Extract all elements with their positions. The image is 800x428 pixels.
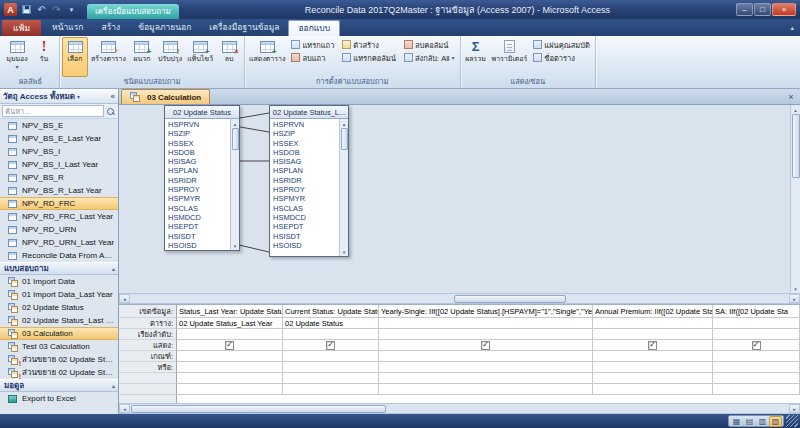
design-vertical-scrollbar[interactable]: [790, 105, 800, 293]
access-logo-icon[interactable]: [4, 3, 17, 16]
grid-or-cell[interactable]: [713, 362, 800, 373]
query-design-surface[interactable]: 02 Update Status HSPRVNHSZIPHSSEXHSDOBHS…: [119, 105, 800, 293]
scrollbar-thumb[interactable]: [454, 295, 566, 303]
show-checkbox[interactable]: [225, 341, 234, 350]
pivottable-view-icon[interactable]: [743, 416, 756, 427]
close-document-icon[interactable]: [785, 91, 797, 103]
field-list-item[interactable]: HSPLAN: [165, 166, 230, 175]
grid-or-cell[interactable]: [177, 362, 283, 373]
field-list-item[interactable]: HSPROY: [165, 185, 230, 194]
field-list-title[interactable]: 02 Update Status: [165, 106, 239, 119]
grid-empty-cell[interactable]: [379, 384, 593, 395]
query-type-button[interactable]: แท็บไขว้: [185, 37, 215, 77]
field-list-item[interactable]: HSISAG: [165, 157, 230, 166]
ribbon-tab[interactable]: เครื่องมือฐานข้อมูล: [200, 19, 288, 36]
sql-view-icon[interactable]: [756, 416, 769, 427]
nav-item[interactable]: NPV_BS_R: [0, 171, 118, 184]
field-list-item[interactable]: HSISAG: [270, 157, 339, 166]
nav-item[interactable]: 01 Import Data_Last Year: [0, 288, 118, 301]
field-list-item[interactable]: HSPRVN: [270, 120, 339, 129]
field-list-item[interactable]: HSDOB: [165, 148, 230, 157]
nav-item[interactable]: NPV_RD_FRC: [0, 197, 118, 210]
save-button[interactable]: [20, 3, 33, 16]
nav-item[interactable]: 03 Calculation: [0, 327, 118, 340]
nav-item[interactable]: NPV_RD_URN: [0, 223, 118, 236]
grid-sort-cell[interactable]: [379, 329, 593, 340]
view-button[interactable]: มุมมอง: [4, 37, 30, 77]
ribbon-tab[interactable]: สร้าง: [93, 19, 130, 36]
design-view-icon[interactable]: [769, 416, 782, 427]
show-checkbox[interactable]: [648, 341, 657, 350]
maximize-button[interactable]: [754, 3, 771, 16]
grid-empty-cell[interactable]: [283, 384, 379, 395]
nav-item[interactable]: Reconcile Data From Access: [0, 249, 118, 262]
datasheet-view-icon[interactable]: [730, 416, 743, 427]
grid-field-cell[interactable]: Status_Last Year: Update Status: [177, 305, 283, 318]
query-setup-small-button[interactable]: ลบแถว: [288, 51, 337, 64]
scroll-down-icon[interactable]: [792, 285, 799, 292]
nav-item[interactable]: NPV_RD_URN_Last Year: [0, 236, 118, 249]
minimize-ribbon-icon[interactable]: [790, 24, 794, 32]
grid-field-cell[interactable]: Annual Premium: IIf([02 Update Status]: [593, 305, 713, 318]
query-setup-small-button[interactable]: แทรกคอลัมน์: [339, 51, 399, 64]
nav-item[interactable]: แบบสอบถาม: [0, 262, 118, 275]
scroll-left-icon[interactable]: [119, 294, 130, 303]
grid-criteria-cell[interactable]: [177, 351, 283, 362]
query-type-button[interactable]: เลือก: [62, 37, 88, 77]
show-checkbox[interactable]: [481, 341, 490, 350]
nav-item[interactable]: 01 Import Data: [0, 275, 118, 288]
scroll-down-icon[interactable]: [341, 248, 348, 255]
grid-criteria-cell[interactable]: [379, 351, 593, 362]
search-input[interactable]: [2, 105, 104, 117]
nav-item[interactable]: Test 03 Calculation: [0, 340, 118, 353]
grid-sort-cell[interactable]: [593, 329, 713, 340]
shutter-bar-icon[interactable]: [111, 92, 115, 101]
show-hide-small-button[interactable]: ชื่อตาราง: [530, 51, 592, 64]
nav-item[interactable]: ส่วนขยาย 02 Update Status: [0, 366, 118, 379]
grid-field-cell[interactable]: Current Status: Update Status: [283, 305, 379, 318]
show-table-button[interactable]: แสดงตาราง: [247, 37, 287, 77]
parameters-button[interactable]: พารามิเตอร์: [490, 37, 530, 77]
nav-item[interactable]: Export to Excel: [0, 392, 118, 405]
ribbon-tab[interactable]: ข้อมูลภายนอก: [129, 19, 200, 36]
field-list-item[interactable]: HSEPDT: [270, 222, 339, 231]
design-horizontal-scrollbar[interactable]: [119, 293, 800, 304]
field-list-item[interactable]: HSPLAN: [270, 166, 339, 175]
field-list-item[interactable]: HSRIDR: [165, 176, 230, 185]
grid-table-cell[interactable]: [713, 318, 800, 329]
field-list-scrollbar[interactable]: [339, 119, 348, 256]
scroll-right-icon[interactable]: [789, 294, 800, 303]
nav-item[interactable]: NPV_RD_FRC_Last Year: [0, 210, 118, 223]
show-hide-small-button[interactable]: แผ่นคุณสมบัติ: [530, 38, 592, 51]
scroll-right-icon[interactable]: [789, 404, 800, 413]
nav-item[interactable]: NPV_BS_R_Last Year: [0, 184, 118, 197]
nav-item[interactable]: 02 Update Status_Last Year: [0, 314, 118, 327]
qat-customize-button[interactable]: [65, 3, 78, 16]
nav-item[interactable]: NPV_BS_I: [0, 145, 118, 158]
grid-field-cell[interactable]: SA: IIf([02 Update Sta: [713, 305, 800, 318]
grid-sort-cell[interactable]: [713, 329, 800, 340]
grid-empty-cell[interactable]: [283, 373, 379, 384]
query-type-button[interactable]: ปรับปรุง: [156, 37, 184, 77]
minimize-button[interactable]: [736, 3, 753, 16]
scroll-up-icon[interactable]: [232, 120, 239, 127]
grid-or-cell[interactable]: [593, 362, 713, 373]
field-list-item[interactable]: HSSEX: [165, 139, 230, 148]
scroll-left-icon[interactable]: [119, 404, 130, 413]
field-list-item[interactable]: HSPROY: [270, 185, 339, 194]
totals-button[interactable]: ผลรวม: [463, 37, 489, 77]
grid-sort-cell[interactable]: [177, 329, 283, 340]
grid-table-cell[interactable]: [379, 318, 593, 329]
grid-empty-cell[interactable]: [177, 373, 283, 384]
ribbon-tab[interactable]: ออกแบบ: [288, 20, 340, 36]
query-type-button[interactable]: ผนวก: [129, 37, 155, 77]
scroll-up-icon[interactable]: [792, 106, 799, 113]
field-list-item[interactable]: HSZIP: [270, 129, 339, 138]
field-list-item[interactable]: HSPMYR: [270, 194, 339, 203]
field-list-item[interactable]: HSDOB: [270, 148, 339, 157]
field-list-item[interactable]: HSOISD: [270, 241, 339, 250]
field-list-title[interactable]: 02 Update Status_L...: [270, 106, 348, 119]
nav-pane-header[interactable]: วัตถุ Access ทั้งหมด: [0, 89, 118, 104]
show-checkbox[interactable]: [752, 341, 761, 350]
field-list-item[interactable]: HSPRVN: [165, 120, 230, 129]
